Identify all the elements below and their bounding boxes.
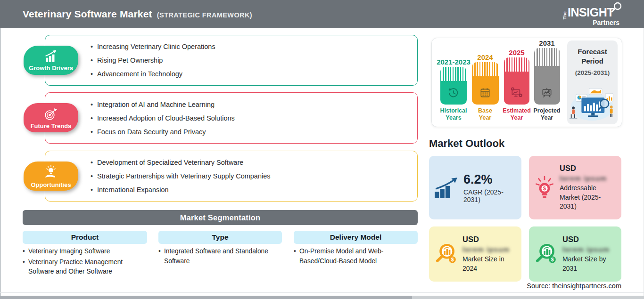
opportunities-list: Development of Specialized Veterinary So… <box>45 151 417 201</box>
timeline-panel: 2021-2023 Historical Years 2024 <box>431 38 622 127</box>
bar-solid <box>440 81 467 105</box>
cagr-card: 6.2% CAGR (2025-2031) <box>429 156 521 219</box>
infographic-canvas: Veterinary Software Market (STRATEGIC FR… <box>0 0 644 299</box>
cagr-label: CAGR (2025-2031) <box>463 188 516 203</box>
bar-stripes <box>504 57 529 72</box>
segment-header-delivery-model: Delivery Model <box>294 231 418 244</box>
bar <box>440 67 467 105</box>
bar-label: Base Year <box>474 107 496 122</box>
logo-insight: INSIGHT <box>568 7 614 18</box>
market-segmentation-header: Market Segmentation <box>23 210 418 225</box>
calendar-icon <box>479 87 491 99</box>
currency-label: USD <box>560 164 616 173</box>
future-trends-box: Integration of AI and Machine Learning I… <box>45 92 418 144</box>
list-item: Development of Specialized Veterinary So… <box>91 159 408 166</box>
growth-drivers-badge: Growth Drivers <box>24 46 78 75</box>
svg-text:$: $ <box>451 257 454 262</box>
bar-year: 2024 <box>477 53 493 61</box>
future-trends-list: Integration of AI and Machine Learning I… <box>45 93 417 143</box>
list-item: Increasing Veterinary Clinic Operations <box>91 43 408 50</box>
header-titles: Veterinary Software Market (STRATEGIC FR… <box>23 8 252 20</box>
bar-year: 2025 <box>509 48 524 57</box>
list-item: Veterinary Imaging Software <box>23 247 135 257</box>
list-item: Increased Adoption of Cloud-Based Soluti… <box>91 114 408 122</box>
badge-label: Opportunities <box>31 181 71 188</box>
target-dart-icon <box>43 106 59 121</box>
market-outlook-title: Market Outlook <box>429 137 504 150</box>
magnifier-chart-icon-orange: $ <box>434 242 458 267</box>
market-size-2024-card: $ USD lorem ipsum Market Size in 2024 <box>429 226 521 282</box>
currency-label: USD <box>462 235 516 244</box>
badge-label: Future Trends <box>31 122 72 129</box>
list-item: Integration of AI and Machine Learning <box>91 101 408 108</box>
page-title: Veterinary Software Market <box>23 8 152 20</box>
list-item: Strategic Partnerships with Veterinary S… <box>91 172 408 180</box>
card-label: Market Size in 2024 <box>462 255 516 274</box>
segment-header-type: Type <box>158 231 282 244</box>
market-size-2031-card: $ USD lorem ipsum Market Size by 2031 <box>529 226 621 282</box>
bar-solid <box>534 66 560 105</box>
forecast-period-title: Forecast Period <box>576 47 610 65</box>
bar-stripes <box>534 48 560 66</box>
bar-year: 2021-2023 <box>437 58 471 66</box>
badge-label: Growth Drivers <box>29 65 73 72</box>
source-attribution: Source: theinsightpartners.com <box>471 282 621 290</box>
left-edge-line <box>0 28 1 299</box>
future-trends-badge: Future Trends <box>24 103 78 132</box>
blurred-value: lorem ipsum <box>462 245 516 253</box>
list-item: Integrated Software and Standalone Softw… <box>158 247 274 266</box>
list-item: Focus on Data Security and Privacy <box>91 128 408 136</box>
magnifier-chart-icon-green: $ <box>534 242 558 267</box>
logo-the: The <box>563 11 567 20</box>
blurred-value: lorem ipsum <box>562 245 616 253</box>
bar-solid <box>504 72 529 105</box>
timeline-bar-base: 2024 Base Year <box>469 53 502 122</box>
growth-drivers-list: Increasing Veterinary Clinic Operations … <box>45 35 417 85</box>
bar-stripes <box>440 67 467 81</box>
presentation-icon <box>541 87 553 99</box>
timeline-bar-projected: 2031 Projected Year <box>528 39 566 122</box>
opportunities-box: Development of Specialized Veterinary So… <box>45 151 418 202</box>
list-item: International Expansion <box>91 186 408 194</box>
currency-label: USD <box>562 235 616 244</box>
blurred-value: lorem ipsum <box>560 174 616 182</box>
logo-partners: Partners <box>593 19 619 26</box>
svg-text:$: $ <box>543 186 546 191</box>
bulb-hand-icon <box>42 164 59 180</box>
segment-header-product: Product <box>23 231 147 244</box>
segment-list-delivery-model: On-Premise Model and Web-Based/Cloud-Bas… <box>294 247 394 267</box>
segment-list-product: Veterinary Imaging Software Veterinary P… <box>23 247 135 278</box>
card-label: Addressable Market (2025-2031) <box>560 184 616 212</box>
cagr-text: 6.2% CAGR (2025-2031) <box>463 172 516 203</box>
size-2031-text: USD lorem ipsum Market Size by 2031 <box>562 235 616 274</box>
growth-bars-arrow-icon <box>434 177 459 199</box>
bar-solid <box>472 76 499 105</box>
bar-year: 2031 <box>539 39 554 47</box>
bar-label: Projected Year <box>530 107 564 122</box>
list-item: On-Premise Model and Web-Based/Cloud-Bas… <box>294 247 394 266</box>
magnifier-icon <box>611 2 622 15</box>
bar <box>472 62 499 105</box>
history-clock-icon <box>447 87 460 99</box>
logo-top-row: The INSIGHT <box>561 2 622 18</box>
cagr-value: 6.2% <box>463 172 516 187</box>
segment-list-type: Integrated Software and Standalone Softw… <box>158 247 274 267</box>
card-label: Market Size by 2031 <box>562 255 616 274</box>
footer-hairline <box>0 292 644 293</box>
svg-text:$: $ <box>551 257 554 262</box>
forecast-period-range: (2025-2031) <box>575 69 610 76</box>
list-item: Rising Pet Ownership <box>91 57 408 64</box>
size-2024-text: USD lorem ipsum Market Size in 2024 <box>462 235 516 274</box>
header-bar: Veterinary Software Market (STRATEGIC FR… <box>0 0 644 28</box>
page-subtitle: (STRATEGIC FRAMEWORK) <box>157 11 252 19</box>
bulb-dollar-icon: $ <box>534 175 555 201</box>
analytics-illustration <box>569 86 616 121</box>
bar-label: Historical Years <box>437 107 471 122</box>
forecast-period-panel: Forecast Period (2025-2031) <box>567 40 618 124</box>
growth-chart-icon <box>42 49 59 64</box>
monitor-gear-icon <box>510 87 523 99</box>
company-logo: The INSIGHT Partners <box>561 2 622 26</box>
bar <box>534 48 560 105</box>
addressable-market-card: $ USD lorem ipsum Addressable Market (20… <box>529 156 621 219</box>
bar <box>504 57 529 105</box>
